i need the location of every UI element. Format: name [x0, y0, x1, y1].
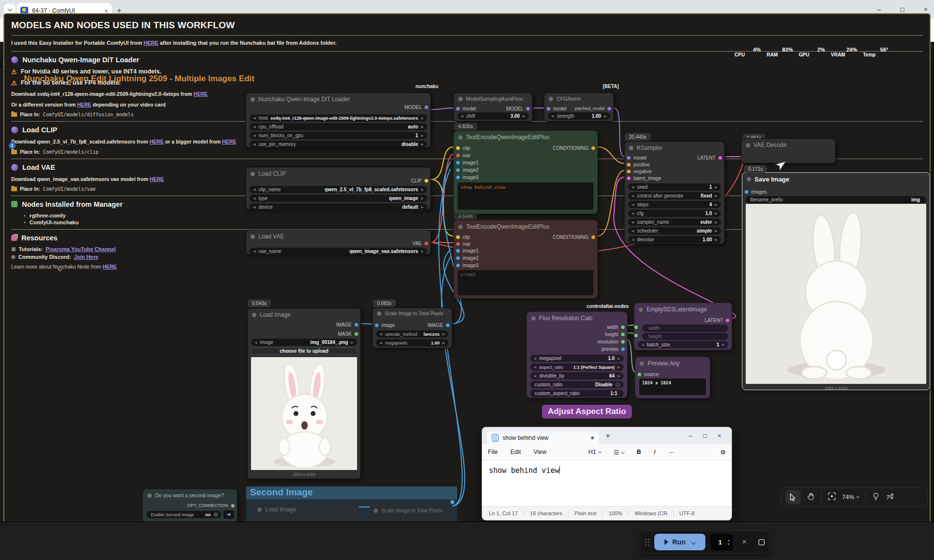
- any-slot-dot[interactable]: [637, 372, 642, 377]
- list-dropdown[interactable]: ☰: [614, 449, 624, 456]
- widget-height-linked[interactable]: height: [642, 333, 728, 340]
- int-slot-dot[interactable]: [634, 333, 638, 338]
- output-image-preview[interactable]: [746, 204, 926, 384]
- save-image-node[interactable]: Save Image images filename_prefiximg 102…: [742, 172, 930, 390]
- widget-cpu-offload[interactable]: ◀cpu_offloadauto▶: [250, 123, 427, 130]
- batch-count-stepper[interactable]: 1 ▲▼: [710, 534, 733, 550]
- vae-slot-dot[interactable]: [456, 153, 460, 158]
- menu-view[interactable]: View: [534, 449, 547, 455]
- opt-slot-dot[interactable]: [231, 504, 235, 508]
- output-model[interactable]: MODEL: [404, 105, 429, 109]
- input-vae[interactable]: vae: [456, 241, 470, 246]
- widget-control-after-generate[interactable]: ◀control after generatefixed▶: [628, 192, 721, 199]
- notepad-close-button[interactable]: ×: [712, 432, 727, 439]
- image-slot-dot[interactable]: [456, 168, 460, 172]
- input-model[interactable]: model: [627, 155, 647, 160]
- vae-decode-node[interactable]: VAE Decode: [741, 138, 836, 163]
- notepad-new-tab-button[interactable]: +: [606, 432, 610, 440]
- cfgnorm-node[interactable]: CFGNorm model patched_model ◀strength1.0…: [544, 92, 614, 122]
- latent-slot-dot[interactable]: [725, 318, 730, 323]
- input-images[interactable]: images: [744, 189, 767, 194]
- int-slot-dot[interactable]: [621, 332, 625, 337]
- widget-enable-second-image[interactable]: Enable Second Image no: [146, 511, 221, 518]
- model-slot-dot[interactable]: [627, 156, 631, 160]
- upload-button[interactable]: choose file to upload: [251, 347, 357, 355]
- model-sampling-auraflow-node[interactable]: ModelSamplingAuraFlow model MODEL ◀shift…: [453, 92, 533, 122]
- output-latent[interactable]: LATENT: [697, 155, 722, 160]
- load-image-node[interactable]: Load Image IMAGE MASK ◀imageimg_00184_.p…: [247, 308, 361, 479]
- collapse-dot[interactable]: [629, 146, 633, 150]
- image-slot-dot[interactable]: [375, 323, 379, 327]
- line-ending[interactable]: Windows (CR: [634, 510, 667, 516]
- input-image2[interactable]: image2: [456, 255, 479, 260]
- output-conditioning[interactable]: CONDITIONING: [553, 145, 595, 150]
- drag-handle[interactable]: [645, 539, 649, 546]
- latent-slot-dot[interactable]: [627, 176, 631, 181]
- widget-custom-aspect-ratio[interactable]: custom_aspect_ratio1:1: [530, 390, 624, 397]
- input-positive[interactable]: positive: [627, 162, 650, 167]
- output-resolution[interactable]: resolution: [597, 339, 625, 344]
- zoom-level[interactable]: 100%: [609, 510, 622, 516]
- image-slot-dot[interactable]: [456, 249, 460, 253]
- prompt-textarea[interactable]: prompt: [458, 270, 593, 295]
- collapse-dot[interactable]: [458, 135, 463, 140]
- widget-vae-name[interactable]: ◀vae_nameqwen_image_vae.safetensors▶: [250, 248, 427, 255]
- widget-megapixel[interactable]: ◀megapixel1.0▶: [530, 355, 624, 362]
- notepad-window[interactable]: show behind view + – □ × File Edit View …: [482, 427, 732, 521]
- output-latent[interactable]: LATENT: [704, 318, 730, 323]
- style-dropdown[interactable]: H1: [589, 449, 601, 455]
- toggle-knob[interactable]: [214, 512, 218, 517]
- image-slot-dot[interactable]: [744, 190, 749, 194]
- model-slot-dot[interactable]: [424, 105, 429, 109]
- conditioning-slot-dot[interactable]: [627, 169, 631, 174]
- model-slot-dot[interactable]: [546, 107, 551, 111]
- text-encode-negative-node[interactable]: TextEncodeQwenImageEditPlus clip vae ima…: [453, 220, 598, 299]
- encoding[interactable]: UTF-8: [680, 510, 695, 516]
- toggle-theme-button[interactable]: [872, 492, 880, 502]
- output-patched-model[interactable]: patched_model: [575, 106, 611, 111]
- input-height[interactable]: [634, 333, 638, 338]
- collapse-dot[interactable]: [251, 97, 255, 102]
- collapse-dot[interactable]: [147, 493, 152, 498]
- output-opt-connection[interactable]: OPT_CONNECTION: [187, 503, 235, 508]
- vae-slot-dot[interactable]: [424, 241, 429, 246]
- collapse-dot[interactable]: [746, 143, 750, 147]
- fit-view-button[interactable]: [828, 492, 836, 502]
- collapse-dot[interactable]: [251, 172, 255, 176]
- image-slot-dot[interactable]: [456, 175, 460, 180]
- input-image3[interactable]: image3: [456, 263, 479, 268]
- collapse-dot[interactable]: [747, 177, 751, 181]
- output-image[interactable]: IMAGE: [428, 323, 450, 327]
- collapse-dot[interactable]: [377, 311, 381, 316]
- widget-filename-prefix[interactable]: filename_prefiximg: [746, 196, 926, 203]
- input-source[interactable]: source: [637, 372, 659, 377]
- pan-tool-button[interactable]: [807, 492, 815, 502]
- model-slot-dot[interactable]: [607, 107, 611, 111]
- settings-gear-icon[interactable]: ⚙: [720, 449, 726, 456]
- output-model[interactable]: MODEL: [506, 106, 530, 111]
- bold-button[interactable]: B: [637, 449, 641, 455]
- widget-width-linked[interactable]: width: [642, 325, 728, 332]
- model-slot-dot[interactable]: [526, 107, 530, 111]
- input-image1[interactable]: image1: [456, 248, 479, 253]
- input-image[interactable]: image: [375, 323, 395, 327]
- collapse-dot[interactable]: [458, 225, 463, 229]
- input-image3[interactable]: image3: [456, 175, 479, 180]
- run-button[interactable]: Run: [654, 534, 705, 550]
- image-slot-dot[interactable]: [456, 263, 460, 268]
- latent-slot-dot[interactable]: [718, 156, 722, 160]
- collapse-dot[interactable]: [458, 97, 463, 101]
- widget-model-name[interactable]: ◀model_na ...svdq-int4_r128-qwen-image-e…: [250, 114, 427, 122]
- widget-custom-ratio[interactable]: custom_ratioDisable: [530, 381, 624, 388]
- prompt-textarea[interactable]: show behind view: [458, 182, 593, 210]
- widget-num-blocks[interactable]: ◀num_blocks_on_gpu1▶: [250, 132, 427, 139]
- widget-aspect-ratio[interactable]: ◀aspect_ratio1:1 (Perfect Square)▶: [530, 363, 624, 371]
- image-slot-dot[interactable]: [354, 323, 359, 327]
- collapse-dot[interactable]: [639, 307, 643, 312]
- menu-file[interactable]: File: [488, 449, 498, 455]
- toggle-knob[interactable]: [615, 382, 620, 387]
- more-formatting-button[interactable]: ⋯: [668, 449, 675, 456]
- notepad-tab[interactable]: show behind view: [487, 431, 599, 444]
- load-vae-node[interactable]: Load VAE VAE ◀vae_nameqwen_image_vae.saf…: [246, 230, 431, 255]
- widget-cfg[interactable]: ◀cfg1.0▶: [628, 210, 721, 217]
